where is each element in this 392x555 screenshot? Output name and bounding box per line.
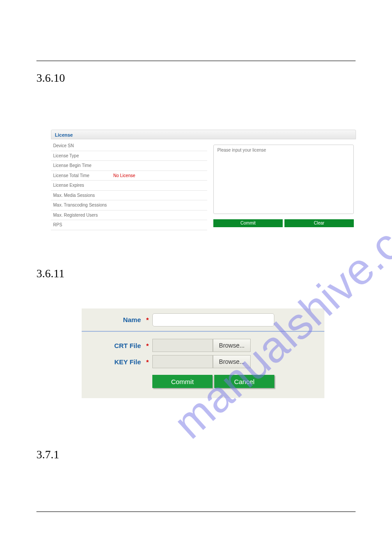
license-label-rps: RPS [51, 222, 113, 227]
license-value-total-time: No License [113, 173, 207, 178]
cert-row-crt: CRT File * Browse... [82, 332, 324, 353]
license-label-license-type: License Type [51, 153, 113, 158]
cert-button-row: Commit Cancel [82, 375, 324, 388]
license-label-max-transcoding: Max. Transcoding Sessions [51, 203, 113, 207]
certificate-form: Name * CRT File * Browse... KEY File * B… [82, 308, 324, 398]
required-asterisk: * [146, 358, 152, 366]
crt-file-display [152, 339, 213, 352]
license-info-table: Device SN License Type License Begin Tim… [51, 141, 207, 230]
key-file-display [152, 355, 213, 368]
key-browse-button[interactable]: Browse... [213, 355, 251, 368]
cert-row-name: Name * [82, 308, 324, 332]
license-label-total-time: License Total Time [51, 173, 113, 178]
cert-label-key: KEY File [87, 358, 146, 366]
commit-button[interactable]: Commit [152, 375, 212, 388]
license-button-row: Commit Clear [213, 219, 354, 227]
table-row: License Begin Time [51, 161, 207, 171]
crt-browse-button[interactable]: Browse... [213, 339, 251, 352]
license-label-max-users: Max. Registered Users [51, 213, 113, 218]
license-input-column: Commit Clear [213, 141, 356, 230]
license-label-expires: License Expires [51, 183, 113, 188]
table-row: Max. Registered Users [51, 210, 207, 221]
clear-button[interactable]: Clear [284, 219, 354, 227]
table-row: License Type [51, 151, 207, 161]
required-asterisk: * [146, 316, 152, 323]
license-panel-title: License [51, 130, 356, 139]
table-row: License Expires [51, 181, 207, 191]
table-row: Max. Transcoding Sessions [51, 200, 207, 210]
section-number-3-6-10: 3.6.10 [36, 72, 65, 85]
table-row: Max. Media Sessions [51, 191, 207, 201]
license-label-max-media: Max. Media Sessions [51, 193, 113, 198]
table-row: License Total Time No License [51, 171, 207, 181]
license-input[interactable] [213, 145, 354, 214]
commit-button[interactable]: Commit [213, 219, 283, 227]
table-row: Device SN [51, 141, 207, 151]
cert-row-key: KEY File * Browse... [82, 353, 324, 370]
cert-label-name: Name [87, 316, 146, 323]
name-field[interactable] [152, 313, 274, 326]
license-label-begin-time: License Begin Time [51, 163, 113, 168]
section-number-3-6-11: 3.6.11 [36, 267, 65, 280]
cert-label-crt: CRT File [87, 342, 146, 349]
top-rule [36, 61, 356, 61]
license-label-device-sn: Device SN [51, 143, 113, 148]
section-number-3-7-1: 3.7.1 [36, 448, 59, 461]
license-panel: License Device SN License Type License B… [51, 130, 356, 230]
license-panel-body: Device SN License Type License Begin Tim… [51, 139, 356, 230]
required-asterisk: * [146, 342, 152, 349]
table-row: RPS [51, 220, 207, 230]
cancel-button[interactable]: Cancel [214, 375, 274, 388]
bottom-rule [36, 511, 356, 512]
